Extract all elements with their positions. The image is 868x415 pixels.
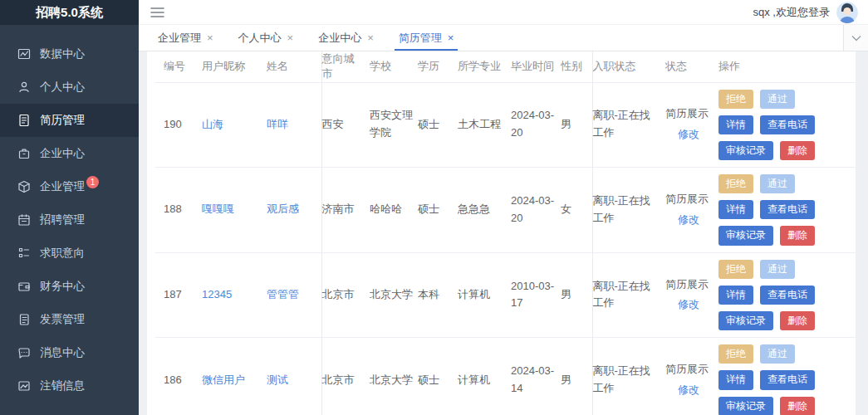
nickname-link[interactable]: 嘎嘎嘎 bbox=[202, 203, 234, 215]
sidebar-item-9[interactable]: 发票管理 bbox=[0, 303, 139, 336]
detail-button[interactable]: 详情 bbox=[718, 115, 753, 134]
sidebar-item-label: 企业中心 bbox=[40, 146, 85, 161]
tabs-dropdown-button[interactable] bbox=[843, 25, 868, 51]
column-header: 编号 bbox=[155, 51, 202, 82]
audit-record-button[interactable]: 审核记录 bbox=[718, 141, 773, 160]
cell-city: 西安 bbox=[321, 82, 370, 168]
detail-button[interactable]: 详情 bbox=[718, 370, 753, 389]
table-row: 188 嘎嘎嘎 观后感 济南市 哈哈哈 硕士 急急急 2024-03-20 女 … bbox=[155, 168, 856, 253]
table-panel: 编号用户昵称姓名意向城市学校学历所学专业毕业时间性别入职状态状态操作 190 山… bbox=[147, 51, 856, 415]
cell-gender: 女 bbox=[561, 168, 592, 253]
column-header: 用户昵称 bbox=[202, 51, 267, 82]
detail-button[interactable]: 详情 bbox=[718, 200, 753, 219]
cell-major: 土木工程 bbox=[458, 82, 511, 168]
approve-button[interactable]: 通过 bbox=[760, 90, 795, 109]
table-row: 186 微信用户 测试 北京市 北京大学 硕士 计算机 2024-03-14 男… bbox=[155, 338, 856, 415]
tab-close-icon[interactable]: × bbox=[287, 32, 294, 43]
name-link[interactable]: 咩咩 bbox=[267, 118, 288, 130]
reject-button[interactable]: 拒绝 bbox=[718, 174, 753, 193]
action-buttons: 拒绝 通过 详情 查看电话 审核记录 删除 bbox=[718, 260, 818, 331]
sidebar-item-11[interactable]: 注销信息 bbox=[0, 369, 139, 403]
view-phone-button[interactable]: 查看电话 bbox=[760, 200, 815, 219]
status-modify-link[interactable]: 修改 bbox=[678, 213, 699, 226]
approve-button[interactable]: 通过 bbox=[760, 174, 795, 193]
cell-city: 济南市 bbox=[321, 168, 370, 253]
wallet-icon bbox=[17, 280, 31, 293]
sidebar-item-label: 数据中心 bbox=[40, 46, 85, 61]
cell-id: 187 bbox=[155, 252, 202, 338]
sidebar-item-2[interactable]: 个人中心 bbox=[0, 71, 139, 104]
sidebar-item-5[interactable]: 企业管理 1 bbox=[0, 170, 139, 203]
tab-1[interactable]: 企业管理 × bbox=[145, 25, 226, 51]
reject-button[interactable]: 拒绝 bbox=[718, 260, 753, 279]
sidebar-item-4[interactable]: 企业中心 bbox=[0, 137, 139, 170]
delete-button[interactable]: 删除 bbox=[780, 311, 815, 330]
status-modify-link[interactable]: 修改 bbox=[678, 128, 699, 140]
tab-3[interactable]: 企业中心 × bbox=[306, 25, 386, 51]
delete-button[interactable]: 删除 bbox=[780, 397, 815, 415]
nickname-link[interactable]: 微信用户 bbox=[202, 374, 245, 386]
audit-record-button[interactable]: 审核记录 bbox=[718, 226, 773, 245]
sidebar-item-label: 消息中心 bbox=[40, 345, 85, 360]
cell-employment-status: 离职-正在找工作 bbox=[592, 168, 665, 253]
audit-record-button[interactable]: 审核记录 bbox=[718, 311, 773, 330]
name-link[interactable]: 管管管 bbox=[267, 288, 299, 300]
view-phone-button[interactable]: 查看电话 bbox=[760, 370, 815, 389]
cell-degree: 硕士 bbox=[418, 82, 458, 168]
sidebar-item-6[interactable]: 招聘管理 bbox=[0, 203, 139, 237]
status-modify-link[interactable]: 修改 bbox=[678, 383, 699, 396]
column-header: 所学专业 bbox=[458, 51, 511, 82]
cell-id: 188 bbox=[155, 168, 202, 253]
approve-button[interactable]: 通过 bbox=[760, 260, 795, 279]
cell-degree: 硕士 bbox=[418, 168, 458, 253]
user-avatar[interactable] bbox=[836, 2, 858, 23]
tab-close-icon[interactable]: × bbox=[367, 32, 374, 43]
cell-employment-status: 离职-正在找工作 bbox=[592, 252, 665, 338]
status-text: 简历展示 bbox=[665, 361, 714, 378]
sidebar: 招聘5.0系统 数据中心 个人中心 简历管理 企业中心 企业管理 1 招聘管理 … bbox=[0, 0, 139, 415]
cell-school: 北京大学 bbox=[370, 252, 418, 338]
column-header: 意向城市 bbox=[321, 51, 370, 82]
sidebar-item-8[interactable]: 财务中心 bbox=[0, 270, 139, 303]
cell-gender: 男 bbox=[561, 82, 592, 168]
column-header: 状态 bbox=[665, 51, 718, 82]
table-row: 187 12345 管管管 北京市 北京大学 本科 计算机 2010-03-17… bbox=[155, 252, 856, 338]
audit-record-button[interactable]: 审核记录 bbox=[718, 397, 773, 415]
nickname-link[interactable]: 12345 bbox=[202, 288, 232, 300]
hamburger-menu-icon[interactable] bbox=[149, 5, 166, 20]
user-icon bbox=[17, 81, 31, 94]
cell-actions: 拒绝 通过 详情 查看电话 审核记录 删除 bbox=[718, 338, 856, 415]
status-modify-link[interactable]: 修改 bbox=[678, 298, 699, 310]
reject-button[interactable]: 拒绝 bbox=[718, 344, 753, 364]
cell-school: 西安文理学院 bbox=[370, 82, 418, 168]
view-phone-button[interactable]: 查看电话 bbox=[760, 115, 815, 134]
tab-2[interactable]: 个人中心 × bbox=[226, 25, 306, 51]
sidebar-item-10[interactable]: 消息中心 bbox=[0, 336, 139, 369]
nickname-link[interactable]: 山海 bbox=[202, 118, 223, 130]
list-icon bbox=[17, 247, 31, 260]
cell-status: 简历展示 修改 bbox=[665, 168, 718, 253]
detail-button[interactable]: 详情 bbox=[718, 286, 753, 305]
tab-label: 企业中心 bbox=[318, 31, 361, 46]
sidebar-item-label: 简历管理 bbox=[40, 113, 85, 128]
tab-close-icon[interactable]: × bbox=[448, 32, 454, 43]
approve-button[interactable]: 通过 bbox=[760, 344, 795, 364]
sidebar-menu: 数据中心 个人中心 简历管理 企业中心 企业管理 1 招聘管理 求职意向 财务中… bbox=[0, 37, 139, 403]
tab-close-icon[interactable]: × bbox=[207, 32, 213, 43]
view-phone-button[interactable]: 查看电话 bbox=[760, 286, 815, 305]
sidebar-item-3[interactable]: 简历管理 bbox=[0, 104, 139, 137]
status-text: 简历展示 bbox=[665, 276, 714, 294]
cell-major: 计算机 bbox=[458, 252, 511, 338]
chart-icon bbox=[17, 47, 31, 61]
delete-button[interactable]: 删除 bbox=[780, 141, 815, 160]
delete-button[interactable]: 删除 bbox=[780, 226, 815, 245]
document-icon bbox=[17, 114, 31, 127]
sidebar-item-7[interactable]: 求职意向 bbox=[0, 237, 139, 270]
name-link[interactable]: 观后感 bbox=[267, 203, 299, 215]
tab-bar: 企业管理 × 个人中心 × 企业中心 × 简历管理 × bbox=[139, 25, 868, 51]
tab-4[interactable]: 简历管理 × bbox=[386, 25, 467, 51]
name-link[interactable]: 测试 bbox=[267, 374, 288, 386]
sidebar-item-1[interactable]: 数据中心 bbox=[0, 37, 139, 71]
reject-button[interactable]: 拒绝 bbox=[718, 90, 753, 109]
table-row: 190 山海 咩咩 西安 西安文理学院 硕士 土木工程 2024-03-20 男… bbox=[155, 82, 856, 168]
